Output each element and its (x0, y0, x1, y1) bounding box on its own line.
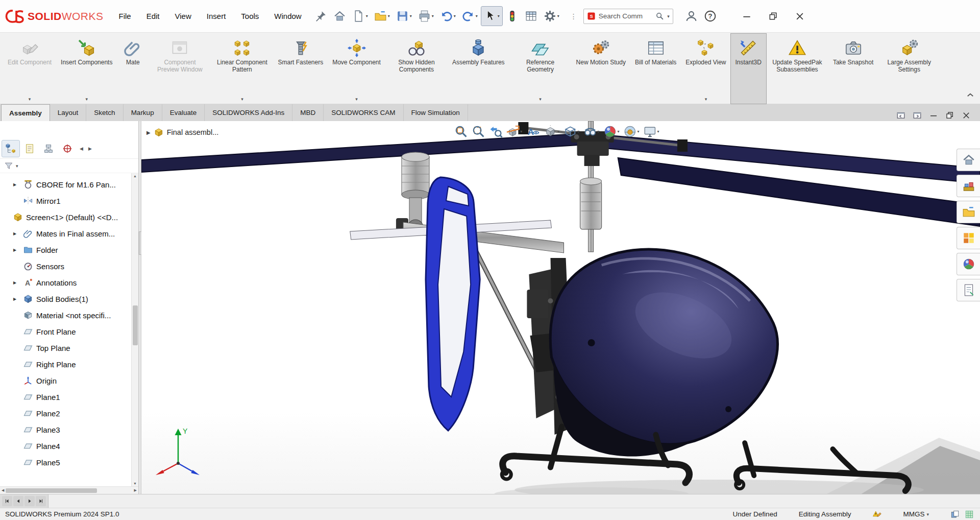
dropdown-caret[interactable]: ▾ (388, 14, 390, 18)
pin-toolbar-button[interactable] (312, 7, 330, 26)
expand-arrow-icon[interactable]: ▶ (13, 231, 20, 236)
tab-solidworks-cam[interactable]: SOLIDWORKS CAM (324, 104, 403, 121)
canopy[interactable] (550, 249, 777, 456)
breadcrumb[interactable]: ▶ Final assembl... (141, 127, 218, 137)
solidworks-resources-button[interactable] (957, 149, 980, 171)
tree-item-front-plane[interactable]: ▶ Front Plane (1, 323, 131, 340)
dimxpertmanager-tab[interactable] (59, 140, 76, 157)
flyout-tree-arrow-icon[interactable]: ▶ (146, 130, 151, 135)
configurationmanager-tab[interactable] (40, 140, 57, 157)
tab-assembly[interactable]: Assembly (1, 104, 50, 121)
user-account-button[interactable] (682, 7, 700, 26)
insert-components-button[interactable]: Insert Components ▾ (56, 34, 117, 104)
take-snapshot-button[interactable]: Take Snapshot ▾ (828, 34, 878, 104)
panel-tabs-right-arrow[interactable]: ▶ (87, 146, 93, 151)
collapse-ribbon-button[interactable] (966, 90, 975, 100)
dropdown-caret[interactable]: ▾ (637, 129, 639, 134)
dropdown-caret[interactable]: ▾ (476, 14, 478, 18)
restore-button[interactable] (760, 5, 787, 28)
restore-document-button[interactable] (943, 110, 957, 121)
tab-layout[interactable]: Layout (50, 104, 87, 121)
appearances-scenes-button[interactable] (957, 253, 980, 275)
home-button[interactable]: ▾ (331, 7, 349, 26)
section-view-button[interactable]: ▾ (505, 123, 523, 140)
scroll-up-icon[interactable]: ▲ (133, 174, 137, 178)
tab-evaluate[interactable]: Evaluate (162, 104, 205, 121)
view-orientation-button[interactable]: ▾ (542, 123, 560, 140)
status-panel-icon-2[interactable] (965, 510, 974, 519)
menu-edit[interactable]: Edit (146, 12, 160, 20)
view-settings-button[interactable]: ▾ (642, 123, 660, 140)
help-button[interactable] (701, 7, 719, 26)
solidworks-rx-button[interactable]: ▾ (503, 7, 521, 26)
dropdown-caret[interactable]: ▾ (557, 14, 559, 18)
new-document-button[interactable]: ▾ (350, 7, 371, 26)
dropdown-caret[interactable]: ▾ (29, 95, 31, 103)
expand-arrow-icon[interactable]: ▶ (13, 280, 20, 285)
scroll-left-icon[interactable]: ◀ (2, 488, 4, 492)
bill-of-materials-button[interactable]: Bill of Materials ▾ (630, 34, 681, 104)
previous-tab-button[interactable] (13, 496, 23, 506)
tree-item-folder[interactable]: ▶ Folder (1, 242, 131, 258)
edit-appearance-button[interactable]: ▾ (602, 123, 620, 140)
dynamic-annotation-views-button[interactable]: ▾ (525, 123, 541, 140)
dropdown-caret[interactable]: ▾ (617, 129, 619, 134)
instant3d-button[interactable]: Instant3D ▾ (731, 34, 766, 104)
smart-fasteners-button[interactable]: Smart Fasteners ▾ (273, 34, 328, 104)
expand-arrow-icon[interactable]: ▶ (13, 182, 20, 187)
zoom-to-area-button[interactable]: ▾ (470, 123, 486, 140)
menu-window[interactable]: Window (274, 12, 301, 20)
dropdown-caret[interactable]: ▾ (241, 95, 243, 103)
tab-sketch[interactable]: Sketch (86, 104, 123, 121)
tree-horizontal-scrollbar[interactable]: ◀ ▶ (0, 486, 138, 494)
redo-button[interactable]: ▾ (459, 7, 480, 26)
minimize-document-button[interactable] (927, 110, 940, 121)
units-selector[interactable]: MMGS▾ (903, 510, 929, 518)
assembly-features-button[interactable]: Assembly Features ▾ (448, 34, 509, 104)
lower-rotor-hub[interactable] (580, 178, 602, 229)
helicopter-model[interactable] (141, 121, 980, 494)
dropdown-caret[interactable]: ▾ (366, 14, 368, 18)
minimize-button[interactable] (733, 5, 760, 28)
search-icon[interactable] (655, 12, 664, 20)
hide-show-items-button[interactable]: ▾ (582, 123, 600, 140)
undo-button[interactable]: ▾ (437, 7, 458, 26)
propertymanager-tab[interactable] (21, 140, 38, 157)
previous-window-button[interactable] (894, 110, 908, 121)
edit-component-button[interactable]: Edit Component ▾ (3, 34, 56, 104)
dropdown-caret[interactable]: ▾ (355, 95, 358, 103)
filter-funnel-icon[interactable] (4, 161, 13, 171)
print-button[interactable]: ▾ (415, 7, 436, 26)
tree-item-mates[interactable]: ▶ Mates in Final assem... (1, 225, 131, 242)
custom-properties-button[interactable] (957, 279, 980, 301)
units-dropdown-caret[interactable]: ▾ (926, 512, 929, 517)
next-tab-button[interactable] (24, 496, 35, 506)
large-assembly-settings-button[interactable]: Large Assembly Settings ▾ (878, 34, 940, 104)
dropdown-caret[interactable]: ▾ (705, 95, 707, 103)
close-document-button[interactable] (960, 110, 973, 121)
dropdown-caret[interactable]: ▾ (85, 95, 88, 103)
tree-item-top-plane[interactable]: ▶ Top Plane (1, 340, 131, 356)
tree-item-material[interactable]: ▶ Material <not specifi... (1, 307, 131, 323)
toolbar-overflow-icon[interactable]: ⋮ (570, 12, 577, 20)
dropdown-caret[interactable]: ▾ (597, 129, 599, 134)
tree-item-sensors[interactable]: ▶ Sensors (1, 258, 131, 274)
options-button[interactable]: ▾ (541, 7, 562, 26)
tree-item-origin[interactable]: ▶ Origin (1, 372, 131, 389)
graphics-area[interactable]: ▶ Final assembl... ▾ ▾ ▾ ▾ ▾ ▾ ▾ ▾ ▾ ▾ (141, 121, 980, 494)
filter-dropdown-caret[interactable]: ▾ (16, 163, 18, 169)
new-motion-study-button[interactable]: New Motion Study ▾ (572, 34, 630, 104)
mate-button[interactable]: Mate ▾ (117, 34, 149, 104)
tree-item-plane2[interactable]: ▶ Plane2 (1, 405, 131, 421)
tree-item-plane4[interactable]: ▶ Plane4 (1, 438, 131, 454)
dropdown-caret[interactable]: ▾ (520, 129, 522, 134)
tab-flow-simulation[interactable]: Flow Simulation (404, 104, 468, 121)
close-button[interactable] (787, 5, 813, 28)
dropdown-caret[interactable]: ▾ (557, 129, 559, 134)
dropdown-caret[interactable]: ▾ (432, 14, 434, 18)
reference-geometry-button[interactable]: Reference Geometry ▾ (509, 34, 572, 104)
scrollbar-thumb[interactable] (6, 488, 96, 493)
tab-solidworks-add-ins[interactable]: SOLIDWORKS Add-Ins (205, 104, 292, 121)
tree-item-plane3[interactable]: ▶ Plane3 (1, 421, 131, 438)
move-component-button[interactable]: Move Component ▾ (328, 34, 385, 104)
